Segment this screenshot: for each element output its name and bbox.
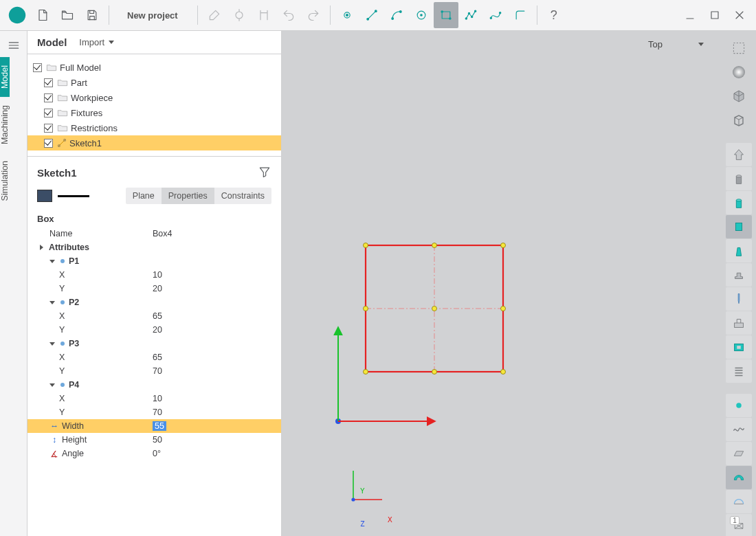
app-logo (7, 5, 27, 25)
svg-point-34 (432, 370, 437, 375)
property-row[interactable]: NameBox4 (27, 227, 281, 241)
menu-icon[interactable] (0, 34, 27, 57)
new-file-button[interactable] (30, 2, 55, 28)
property-row[interactable]: ∡Angle0° (27, 447, 281, 460)
tab-model[interactable]: Model (0, 57, 10, 97)
property-row[interactable]: Y20 (27, 323, 281, 337)
open-file-button[interactable] (55, 2, 80, 28)
op-pocket-button[interactable] (726, 335, 752, 359)
undo-button[interactable] (276, 2, 301, 28)
tool-caliper-button[interactable] (252, 2, 276, 28)
sketch-fillet-button[interactable] (508, 2, 533, 28)
surf-loft-button[interactable] (726, 490, 752, 513)
sketch-rectangle-button[interactable] (434, 2, 458, 28)
selection-title: Sketch1 (37, 167, 77, 179)
view-box-button[interactable] (726, 109, 752, 132)
property-row[interactable]: P4 (27, 378, 281, 392)
tab-simulation[interactable]: Simulation (0, 153, 10, 209)
op-boss-button[interactable] (726, 191, 752, 214)
svg-point-14 (471, 16, 472, 17)
window-close-button[interactable] (727, 2, 752, 28)
svg-point-17 (499, 12, 500, 14)
window-minimize-button[interactable] (678, 2, 702, 28)
chevron-down-icon (698, 43, 704, 46)
tree-item[interactable]: Fixtures (27, 105, 281, 120)
sketch-arc-button[interactable] (384, 2, 409, 28)
surf-plane-button[interactable] (726, 442, 752, 465)
property-row[interactable]: X10 (27, 392, 281, 405)
view-wireframe-button[interactable] (726, 36, 752, 60)
property-tabs: Plane Properties Constraints (126, 188, 271, 204)
sidebar: Model Import Full ModelPartWorkpieceFixt… (27, 31, 282, 536)
surf-wave-button[interactable] (726, 418, 752, 441)
surf-sheet-button[interactable] (726, 466, 752, 489)
op-cone-button[interactable] (726, 239, 752, 263)
property-row[interactable]: Attributes (27, 241, 281, 254)
svg-point-42 (736, 199, 741, 201)
property-row[interactable]: Y70 (27, 405, 281, 419)
property-row[interactable]: X65 (27, 309, 281, 323)
surf-point-button[interactable] (726, 394, 752, 417)
help-button[interactable]: ? (542, 2, 566, 28)
tree-item[interactable]: Restrictions (27, 120, 281, 135)
window-maximize-button[interactable] (702, 2, 727, 28)
sketch-point-button[interactable] (335, 2, 359, 28)
property-row[interactable]: ↔Width55 (27, 419, 281, 433)
svg-point-33 (364, 370, 368, 375)
view-shaded-button[interactable] (726, 60, 752, 84)
tab-machining[interactable]: Machining (0, 97, 10, 153)
tree-item[interactable]: Workpiece (27, 90, 281, 105)
tool-probe-button[interactable] (227, 2, 252, 28)
checkbox-icon[interactable] (44, 93, 53, 102)
viewport[interactable]: Top (282, 31, 722, 536)
tool-measure-button[interactable] (202, 2, 227, 28)
property-row[interactable]: X10 (27, 268, 281, 282)
svg-point-38 (351, 498, 355, 501)
checkbox-icon[interactable] (44, 139, 53, 148)
tab-constraints[interactable]: Constraints (214, 188, 271, 204)
sketch-line-button[interactable] (359, 2, 384, 28)
fill-color-swatch[interactable] (37, 190, 52, 202)
checkbox-icon[interactable] (44, 109, 53, 118)
tree-item[interactable]: Full Model (27, 60, 281, 75)
sketch-spline-button[interactable] (483, 2, 508, 28)
svg-point-13 (468, 12, 469, 14)
svg-point-3 (367, 19, 369, 21)
tree-item[interactable]: Sketch1 (27, 135, 281, 150)
checkbox-icon[interactable] (44, 124, 53, 133)
op-drill-button[interactable] (726, 287, 752, 311)
tree-item[interactable]: Part (27, 75, 281, 90)
property-row[interactable]: X65 (27, 350, 281, 364)
property-row[interactable]: P1 (27, 254, 281, 268)
filter-icon[interactable] (258, 165, 271, 181)
checkbox-icon[interactable] (44, 78, 53, 87)
import-dropdown[interactable]: Import (79, 37, 117, 47)
property-row[interactable]: P3 (27, 337, 281, 350)
property-row[interactable]: ↕Height50 (27, 433, 281, 447)
right-toolbar: 1 (722, 31, 756, 536)
op-thread-button[interactable] (726, 359, 752, 383)
sidebar-heading: Model (37, 36, 67, 48)
view-selector[interactable]: Top (648, 39, 707, 49)
sketch-polyline-button[interactable] (458, 2, 483, 28)
op-prism-button[interactable] (726, 215, 752, 238)
svg-point-27 (364, 243, 368, 248)
svg-rect-9 (442, 12, 450, 19)
op-extrude-button[interactable] (726, 143, 752, 166)
svg-point-10 (441, 11, 443, 13)
line-style-swatch[interactable] (58, 195, 89, 197)
op-flange-button[interactable] (726, 263, 752, 287)
sketch-circle-button[interactable] (409, 2, 434, 28)
checkbox-icon[interactable] (33, 63, 42, 72)
save-file-button[interactable] (80, 2, 104, 28)
tab-plane[interactable]: Plane (126, 188, 162, 204)
op-mill-button[interactable] (726, 311, 752, 335)
property-row[interactable]: P2 (27, 295, 281, 309)
view-solid-button[interactable] (726, 85, 752, 108)
tab-properties[interactable]: Properties (162, 188, 214, 204)
redo-button[interactable] (301, 2, 326, 28)
op-revolve-button[interactable] (726, 167, 752, 190)
workspace-tabs: Model Machining Simulation (0, 31, 27, 536)
property-row[interactable]: Y20 (27, 282, 281, 295)
property-row[interactable]: Y70 (27, 364, 281, 378)
